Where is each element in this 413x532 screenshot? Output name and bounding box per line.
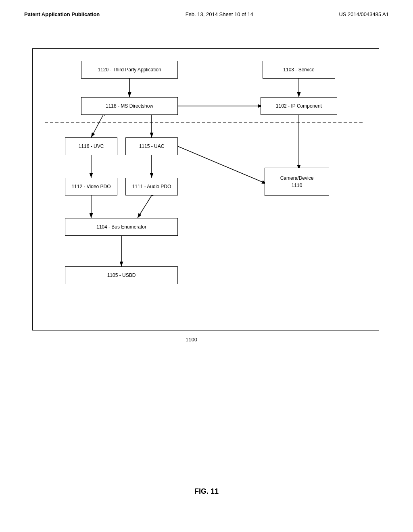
box-1102: 1102 - IP Component [261, 97, 337, 115]
box-1104: 1104 - Bus Enumerator [65, 218, 178, 236]
diagram-number: 1100 [186, 337, 197, 343]
header-right: US 2014/0043485 A1 [339, 11, 389, 17]
header-center: Feb. 13, 2014 Sheet 10 of 14 [186, 11, 253, 17]
box-1103: 1103 - Service [263, 61, 335, 79]
diagram-container: 1120 - Third Party Application 1118 - MS… [32, 48, 379, 330]
figure-label: FIG. 11 [194, 487, 219, 496]
box-1116: 1116 - UVC [65, 137, 117, 155]
svg-line-4 [91, 115, 103, 137]
box-1120: 1120 - Third Party Application [81, 61, 178, 79]
page-header: Patent Application Publication Feb. 13, … [0, 0, 413, 17]
header-left: Patent Application Publication [24, 11, 100, 17]
box-1112: 1112 - Video PDO [65, 178, 117, 195]
box-1105: 1105 - USBD [65, 266, 178, 284]
box-1115: 1115 - UAC [125, 137, 178, 155]
box-1111: 1111 - Audio PDO [125, 178, 178, 195]
box-1110: Camera/Device 1110 [265, 168, 329, 196]
svg-line-9 [138, 195, 152, 218]
box-1118: 1118 - MS Directshow [81, 97, 178, 115]
svg-line-13 [178, 146, 267, 184]
